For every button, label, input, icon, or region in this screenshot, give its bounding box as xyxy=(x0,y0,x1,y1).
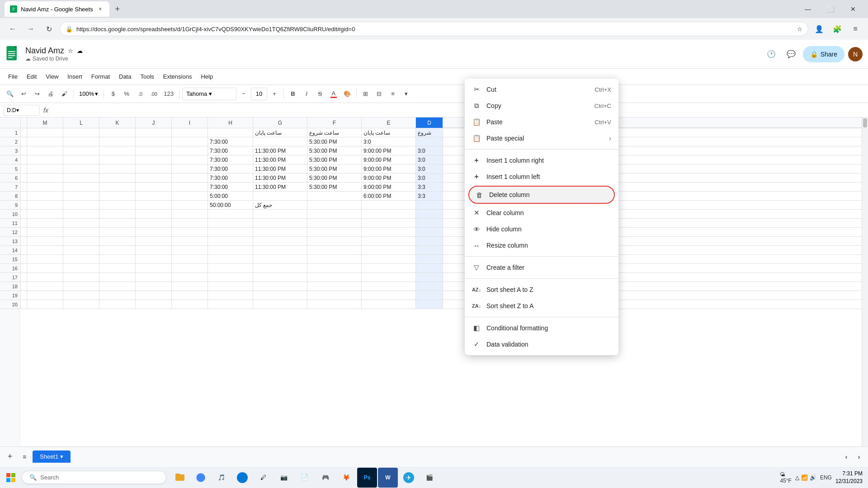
cell-k2[interactable] xyxy=(99,137,136,146)
cell-l8[interactable] xyxy=(63,192,99,201)
row-num-18[interactable]: 18 xyxy=(0,282,21,291)
cell-f7[interactable]: 5:30:00 PM xyxy=(307,183,362,192)
close-button[interactable]: ✕ xyxy=(843,1,863,17)
merge-button[interactable]: ⊟ xyxy=(373,88,386,100)
cell-m3[interactable] xyxy=(27,146,63,155)
ctx-hide-col-item[interactable]: 👁 Hide column xyxy=(465,221,618,237)
sheet-list-button[interactable]: ≡ xyxy=(18,450,31,463)
fill-color-button[interactable]: 🎨 xyxy=(341,88,354,100)
col-header-e[interactable]: E xyxy=(362,117,416,128)
cell-d3[interactable]: 3:0 xyxy=(416,146,443,155)
cell-i4[interactable] xyxy=(172,155,208,164)
menu-data[interactable]: Data xyxy=(114,71,136,82)
cell-d4[interactable]: 3:0 xyxy=(416,155,443,164)
cell-k3[interactable] xyxy=(99,146,136,155)
cell-g5[interactable]: 11:30:00 PM xyxy=(253,164,307,174)
cell-g6[interactable]: 11:30:00 PM xyxy=(253,174,307,183)
cell-d8[interactable]: 3:3 xyxy=(416,192,443,201)
menu-edit[interactable]: Edit xyxy=(22,71,41,82)
ctx-insert-right-item[interactable]: + Insert 1 column right xyxy=(465,152,618,169)
cell-j7[interactable] xyxy=(136,183,172,192)
row-num-7[interactable]: 7 xyxy=(0,183,21,192)
weather-widget[interactable]: 🌤 45°F xyxy=(780,471,791,484)
sheet-tab-1[interactable]: Sheet1 ▾ xyxy=(33,450,71,463)
ctx-paste-item[interactable]: 📋 Paste Ctrl+V xyxy=(465,114,618,130)
cell-g2[interactable] xyxy=(253,137,307,146)
cell-m6[interactable] xyxy=(27,174,63,183)
cell-l6[interactable] xyxy=(63,174,99,183)
taskbar-app-browser[interactable] xyxy=(191,468,211,488)
row-num-15[interactable]: 15 xyxy=(0,255,21,264)
scroll-right-button[interactable]: › xyxy=(854,451,864,462)
col-header-l[interactable]: L xyxy=(63,117,99,128)
ctx-sort-az-item[interactable]: AZ↓ Sort sheet A to Z xyxy=(465,282,618,298)
cell-i7[interactable] xyxy=(172,183,208,192)
cell-m9[interactable] xyxy=(27,201,63,210)
cell-h5[interactable]: 7:30:00 xyxy=(208,164,253,174)
clock[interactable]: 7:31 PM 12/31/2023 xyxy=(835,470,863,485)
cell-j8[interactable] xyxy=(136,192,172,201)
cell-i8[interactable] xyxy=(172,192,208,201)
menu-icon[interactable]: ≡ xyxy=(848,22,863,36)
cell-f3[interactable]: 5:30:00 PM xyxy=(307,146,362,155)
redo-button[interactable]: ↪ xyxy=(31,88,43,100)
volume-icon[interactable]: 🔊 xyxy=(810,474,816,481)
cell-e1[interactable]: ساعت پایان xyxy=(362,128,416,137)
move-to-drive-icon[interactable]: ☁ xyxy=(77,47,83,54)
cell-d7[interactable]: 3:3 xyxy=(416,183,443,192)
text-align-button[interactable]: ≡ xyxy=(387,88,399,100)
profile-icon[interactable]: 👤 xyxy=(812,22,826,36)
cell-f8[interactable] xyxy=(307,192,362,201)
taskbar-app-game[interactable]: 🎮 xyxy=(316,468,335,488)
cell-g4[interactable]: 11:30:00 PM xyxy=(253,155,307,164)
cell-k9[interactable] xyxy=(99,201,136,210)
address-bar[interactable]: 🔒 https://docs.google.com/spreadsheets/d… xyxy=(60,22,808,36)
cell-e7[interactable]: 9:00:00 PM xyxy=(362,183,416,192)
row-num-6[interactable]: 6 xyxy=(0,174,21,183)
add-sheet-button[interactable]: + xyxy=(4,450,16,463)
row-num-1[interactable]: 1 xyxy=(0,128,21,137)
cell-f2[interactable]: 5:30:00 PM xyxy=(307,137,362,146)
cell-g8[interactable] xyxy=(253,192,307,201)
currency-button[interactable]: $ xyxy=(107,88,119,100)
refresh-button[interactable]: ↻ xyxy=(42,22,56,36)
cell-h9[interactable]: 50:00:00 xyxy=(208,201,253,210)
cell-k8[interactable] xyxy=(99,192,136,201)
row-num-2[interactable]: 2 xyxy=(0,137,21,146)
cell-d2[interactable] xyxy=(416,137,443,146)
font-color-button[interactable]: A xyxy=(327,88,340,100)
cell-reference-box[interactable]: D:D ▾ xyxy=(4,105,40,116)
col-header-i[interactable]: I xyxy=(172,117,208,128)
cell-d1[interactable]: شروع xyxy=(416,128,443,137)
ctx-paste-special-item[interactable]: 📋 Paste special › xyxy=(465,130,618,146)
row-num-20[interactable]: 20 xyxy=(0,300,21,309)
minimize-button[interactable]: — xyxy=(797,1,818,17)
cell-m2[interactable] xyxy=(27,137,63,146)
cell-f5[interactable]: 5:30:00 PM xyxy=(307,164,362,174)
strikethrough-button[interactable]: S xyxy=(314,88,326,100)
scroll-left-button[interactable]: ‹ xyxy=(841,451,852,462)
cell-l5[interactable] xyxy=(63,164,99,174)
row-num-16[interactable]: 16 xyxy=(0,264,21,273)
taskbar-app-music[interactable]: 🎵 xyxy=(212,468,231,488)
spreadsheet-title[interactable]: Navid Amz xyxy=(25,46,64,56)
undo-button[interactable]: ↩ xyxy=(17,88,30,100)
new-tab-button[interactable]: + xyxy=(111,3,124,15)
decimal-dec-button[interactable]: .0 xyxy=(134,88,146,100)
row-num-19[interactable]: 19 xyxy=(0,291,21,300)
row-num-12[interactable]: 12 xyxy=(0,228,21,237)
cell-l9[interactable] xyxy=(63,201,99,210)
menu-extensions[interactable]: Extensions xyxy=(159,71,197,82)
cell-j1[interactable] xyxy=(136,128,172,137)
taskbar-app-word[interactable]: W xyxy=(378,468,398,488)
cell-g3[interactable]: 11:30:00 PM xyxy=(253,146,307,155)
cell-g9[interactable]: جمع کل xyxy=(253,201,307,210)
cell-f1[interactable]: ساعت شروع xyxy=(307,128,362,137)
col-header-g[interactable]: G xyxy=(253,117,307,128)
print-button[interactable]: 🖨 xyxy=(44,88,57,100)
cell-e8[interactable]: 6:00:00 PM xyxy=(362,192,416,201)
taskbar-app-firefox[interactable]: 🦊 xyxy=(336,468,356,488)
taskbar-app-circle[interactable] xyxy=(232,468,252,488)
cell-h3[interactable]: 7:30:00 xyxy=(208,146,253,155)
ctx-copy-item[interactable]: ⧉ Copy Ctrl+C xyxy=(465,98,618,114)
